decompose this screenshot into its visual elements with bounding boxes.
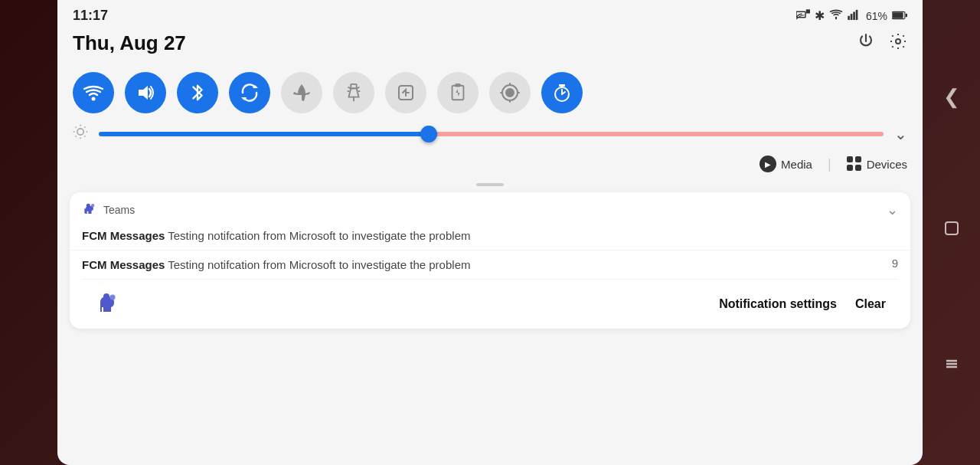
svg-point-40 bbox=[110, 295, 116, 300]
battery-saver-toggle[interactable] bbox=[437, 72, 479, 113]
brightness-slider[interactable] bbox=[99, 132, 884, 136]
svg-rect-4 bbox=[853, 11, 855, 20]
teams-footer-icon bbox=[94, 290, 122, 318]
date-row: Thu, Aug 27 bbox=[57, 28, 923, 67]
svg-point-10 bbox=[92, 97, 96, 101]
status-icons: ✱ 61% bbox=[796, 8, 907, 23]
notif-bold-1: FCM Messages bbox=[82, 229, 165, 242]
svg-line-34 bbox=[76, 136, 77, 136]
notification-shade: 11:17 ✱ bbox=[57, 0, 923, 465]
quick-toggles bbox=[57, 67, 923, 118]
cast-icon bbox=[796, 9, 810, 23]
svg-line-35 bbox=[84, 127, 85, 128]
sound-toggle[interactable] bbox=[125, 72, 166, 113]
settings-icon[interactable] bbox=[889, 32, 907, 55]
svg-rect-42 bbox=[946, 222, 958, 234]
app-info: Teams bbox=[82, 202, 135, 218]
svg-marker-11 bbox=[139, 86, 148, 100]
airplane-toggle[interactable] bbox=[281, 72, 322, 113]
status-time: 11:17 bbox=[73, 8, 108, 24]
power-icon[interactable] bbox=[857, 32, 875, 55]
brightness-row: ⌄ bbox=[57, 118, 923, 149]
clear-button[interactable]: Clear bbox=[855, 297, 886, 311]
screen-record-toggle[interactable] bbox=[489, 72, 531, 113]
svg-rect-21 bbox=[452, 86, 464, 100]
devices-grid-icon bbox=[847, 156, 862, 172]
bluetooth-toggle[interactable] bbox=[177, 72, 218, 113]
app-name: Teams bbox=[103, 204, 135, 216]
notification-text-2: FCM Messages Testing notifcation from Mi… bbox=[82, 257, 886, 273]
notif-bold-2: FCM Messages bbox=[82, 258, 165, 271]
wifi-status-icon bbox=[829, 9, 843, 23]
recents-button[interactable] bbox=[941, 353, 962, 380]
svg-rect-7 bbox=[893, 12, 903, 18]
brightness-thumb[interactable] bbox=[420, 126, 437, 142]
drag-handle-bar bbox=[476, 183, 504, 186]
media-label: Media bbox=[781, 158, 812, 171]
devices-button[interactable]: Devices bbox=[847, 156, 907, 172]
svg-rect-1 bbox=[806, 9, 810, 13]
svg-rect-26 bbox=[559, 84, 565, 87]
notification-item-2: FCM Messages Testing notifcation from Mi… bbox=[70, 250, 910, 279]
svg-rect-2 bbox=[848, 15, 850, 19]
notification-count: 9 bbox=[892, 257, 898, 270]
devices-label: Devices bbox=[867, 158, 907, 171]
notif-body-2: Testing notifcation from Microsoft to in… bbox=[168, 258, 470, 271]
nfc-toggle[interactable] bbox=[385, 72, 426, 113]
svg-rect-3 bbox=[851, 14, 853, 20]
notification-header: Teams ⌄ bbox=[70, 192, 910, 224]
flashlight-toggle[interactable] bbox=[333, 72, 374, 113]
svg-point-27 bbox=[77, 129, 83, 135]
svg-line-19 bbox=[358, 87, 360, 89]
notification-text-1: FCM Messages Testing notifcation from Mi… bbox=[82, 228, 898, 244]
timer-toggle[interactable] bbox=[541, 72, 583, 113]
svg-point-9 bbox=[896, 39, 900, 44]
svg-line-18 bbox=[348, 87, 351, 89]
svg-rect-5 bbox=[856, 9, 858, 19]
status-bar: 11:17 ✱ bbox=[57, 0, 923, 28]
separator: | bbox=[828, 156, 831, 172]
notification-settings-button[interactable]: Notification settings bbox=[719, 297, 837, 311]
notification-card: Teams ⌄ FCM Messages Testing notifcation… bbox=[70, 192, 910, 329]
svg-rect-8 bbox=[906, 13, 907, 17]
notif-body-1: Testing notifcation from Microsoft to in… bbox=[168, 229, 470, 242]
side-navigation: ❮ bbox=[923, 0, 980, 465]
svg-point-24 bbox=[506, 89, 514, 97]
signal-icon bbox=[848, 9, 861, 23]
media-devices-row: ▶ Media | Devices bbox=[57, 149, 923, 180]
bluetooth-status-icon: ✱ bbox=[815, 8, 825, 23]
back-button[interactable]: ❮ bbox=[943, 85, 960, 109]
media-button[interactable]: ▶ Media bbox=[760, 156, 812, 172]
media-play-icon: ▶ bbox=[760, 156, 776, 172]
svg-line-31 bbox=[84, 136, 85, 136]
home-button[interactable] bbox=[941, 218, 962, 244]
brightness-chevron[interactable]: ⌄ bbox=[894, 125, 907, 143]
teams-app-icon bbox=[82, 202, 97, 218]
svg-line-30 bbox=[76, 127, 77, 128]
date-text: Thu, Aug 27 bbox=[73, 31, 186, 55]
notification-item-1: FCM Messages Testing notifcation from Mi… bbox=[70, 224, 910, 250]
header-icons bbox=[857, 32, 907, 55]
wifi-toggle[interactable] bbox=[73, 72, 114, 113]
brightness-icon bbox=[73, 124, 88, 143]
battery-percent: 61% bbox=[866, 10, 887, 22]
notification-expand-icon[interactable]: ⌄ bbox=[887, 201, 898, 218]
footer-actions: Notification settings Clear bbox=[719, 297, 886, 311]
svg-point-41 bbox=[103, 293, 109, 300]
battery-icon bbox=[892, 9, 907, 23]
sync-toggle[interactable] bbox=[229, 72, 270, 113]
svg-point-38 bbox=[87, 204, 90, 208]
notification-footer: Notification settings Clear bbox=[82, 279, 898, 329]
svg-point-37 bbox=[91, 204, 94, 207]
drag-handle bbox=[57, 180, 923, 192]
